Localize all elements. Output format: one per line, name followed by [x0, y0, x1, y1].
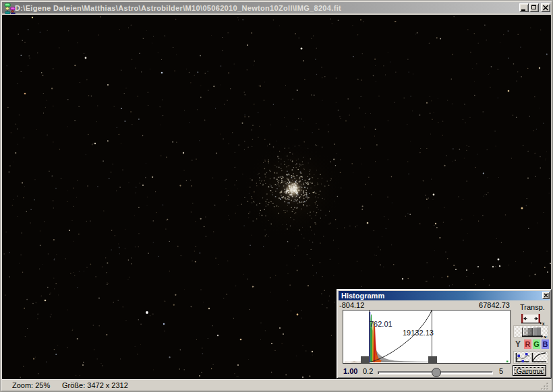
svg-text:762.01: 762.01 [370, 320, 392, 328]
svg-text:x: x [544, 334, 548, 339]
svg-text:19132.13: 19132.13 [403, 329, 434, 337]
